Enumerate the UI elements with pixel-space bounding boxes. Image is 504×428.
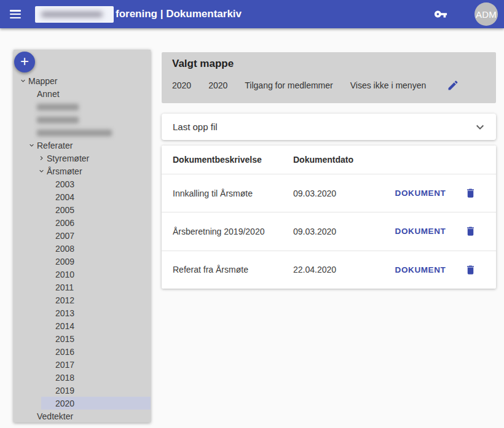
chevron-down-icon[interactable] <box>17 76 28 86</box>
tree-item-2012[interactable]: 2012 <box>14 294 151 306</box>
tree-item-referater[interactable]: Referater <box>14 139 151 152</box>
tree-item-2015[interactable]: 2015 <box>14 332 151 345</box>
twisty-spacer <box>44 218 55 228</box>
tree-item-label: Årsmøter <box>47 166 82 176</box>
tree-item-label <box>37 104 79 111</box>
tree-item-2018[interactable]: 2018 <box>14 371 151 384</box>
documents-table: Dokumentbeskrivelse Dokumentdato Innkall… <box>162 146 496 289</box>
document-description: Innkalling til Årsmøte <box>173 189 293 198</box>
twisty-spacer <box>44 386 55 395</box>
tree-item-label: 2003 <box>55 179 74 189</box>
tree-item-label: 2015 <box>55 334 74 344</box>
tree-item-label: Styremøter <box>47 154 89 163</box>
twisty-spacer <box>44 360 55 370</box>
tree-item-label: 2011 <box>55 282 74 292</box>
document-link[interactable]: DOKUMENT <box>390 185 451 201</box>
tree-item-2004[interactable]: 2004 <box>14 190 151 203</box>
folder-visibility: Vises ikke i menyen <box>350 80 426 90</box>
tree-item-2008[interactable]: 2008 <box>14 242 151 255</box>
tree-item-mapper[interactable]: Mapper <box>14 74 151 87</box>
chevron-down-icon[interactable] <box>26 141 37 150</box>
document-link[interactable]: DOKUMENT <box>390 262 451 278</box>
twisty-spacer <box>44 282 55 292</box>
delete-document-button[interactable] <box>465 225 476 237</box>
tree-item-redacted[interactable] <box>14 100 151 113</box>
twisty-spacer <box>44 399 55 408</box>
trash-icon <box>465 187 476 199</box>
avatar[interactable]: ADM <box>474 2 498 26</box>
trash-icon <box>465 264 476 276</box>
tree-item-label <box>37 130 112 136</box>
tree-item-2007[interactable]: 2007 <box>14 229 151 242</box>
delete-document-button[interactable] <box>465 187 476 199</box>
tree-item-label: 2009 <box>55 257 74 267</box>
tree-item-label: Annet <box>37 89 60 99</box>
document-description: Referat fra Årsmøte <box>173 265 293 274</box>
column-header-date: Dokumentdato <box>293 155 385 165</box>
tree-item-label: Vedtekter <box>37 411 73 421</box>
tree-item-2006[interactable]: 2006 <box>14 216 151 229</box>
edit-folder-button[interactable] <box>447 79 459 91</box>
tree-item-2020[interactable]: 2020 <box>41 397 151 410</box>
twisty-spacer <box>44 257 55 267</box>
document-date: 22.04.2020 <box>293 265 385 274</box>
upload-panel[interactable]: Last opp fil <box>162 114 496 140</box>
twisty-spacer <box>26 102 37 112</box>
chevron-right-icon[interactable] <box>36 154 47 163</box>
tree-item-2011[interactable]: 2011 <box>14 281 151 294</box>
tree-item-2005[interactable]: 2005 <box>14 203 151 216</box>
folder-menu-name: 2020 <box>208 80 227 90</box>
chevron-down-icon[interactable] <box>36 166 47 176</box>
twisty-spacer <box>26 115 37 125</box>
twisty-spacer <box>26 411 37 421</box>
tree-item-2019[interactable]: 2019 <box>14 384 151 397</box>
document-date: 09.03.2020 <box>293 189 385 198</box>
tree-item-styremøter[interactable]: Styremøter <box>14 152 151 165</box>
tree-item-redacted[interactable] <box>14 126 151 139</box>
tree-item-label: 2008 <box>55 244 74 254</box>
selected-folder-title: Valgt mappe <box>172 58 496 70</box>
tree-item-label: 2017 <box>55 360 74 370</box>
tree-item-2009[interactable]: 2009 <box>14 255 151 268</box>
document-date: 09.03.2020 <box>293 227 385 236</box>
tree-item-label: 2012 <box>55 295 74 305</box>
column-header-description: Dokumentbeskrivelse <box>173 155 293 165</box>
tree-item-label: 2006 <box>55 218 74 228</box>
tree-item-2003[interactable]: 2003 <box>14 177 151 190</box>
menu-button[interactable] <box>10 10 21 18</box>
table-row: Referat fra Årsmøte22.04.2020DOKUMENT <box>162 251 496 289</box>
page-title: forening | Dokumentarkiv <box>35 6 242 23</box>
tree-item-label: 2004 <box>55 192 74 202</box>
table-row: Årsberetning 2019/202009.03.2020DOKUMENT <box>162 212 496 250</box>
folder-name: 2020 <box>172 80 191 90</box>
twisty-spacer <box>44 347 55 357</box>
twisty-spacer <box>44 295 55 305</box>
twisty-spacer <box>44 270 55 279</box>
key-icon <box>434 7 447 21</box>
folder-tree-sidebar: + MapperAnnetReferaterStyremøterÅrsmøter… <box>14 50 151 422</box>
tree-item-2014[interactable]: 2014 <box>14 319 151 332</box>
tree-item-2010[interactable]: 2010 <box>14 268 151 281</box>
key-button[interactable] <box>434 7 447 21</box>
delete-document-button[interactable] <box>465 264 476 276</box>
tree-item-årsmøter[interactable]: Årsmøter <box>14 165 151 177</box>
folder-tree: MapperAnnetReferaterStyremøterÅrsmøter20… <box>14 74 151 422</box>
tree-item-label: 2007 <box>55 231 74 241</box>
document-link[interactable]: DOKUMENT <box>390 223 451 239</box>
add-folder-button[interactable]: + <box>14 52 35 72</box>
tree-item-vedtekter[interactable]: Vedtekter <box>14 410 151 422</box>
hamburger-icon <box>10 10 21 12</box>
twisty-spacer <box>44 321 55 331</box>
document-description: Årsberetning 2019/2020 <box>173 227 293 236</box>
tree-item-annet[interactable]: Annet <box>14 87 151 100</box>
tree-item-label: 2018 <box>55 373 74 383</box>
tree-item-2016[interactable]: 2016 <box>14 345 151 358</box>
documents-table-header: Dokumentbeskrivelse Dokumentdato <box>162 146 496 174</box>
tree-item-2013[interactable]: 2013 <box>14 306 151 319</box>
tree-item-2017[interactable]: 2017 <box>14 358 151 371</box>
twisty-spacer <box>44 334 55 344</box>
tree-item-label: Mapper <box>28 76 57 86</box>
tree-item-redacted[interactable] <box>14 113 151 126</box>
twisty-spacer <box>44 244 55 254</box>
twisty-spacer <box>26 128 37 138</box>
